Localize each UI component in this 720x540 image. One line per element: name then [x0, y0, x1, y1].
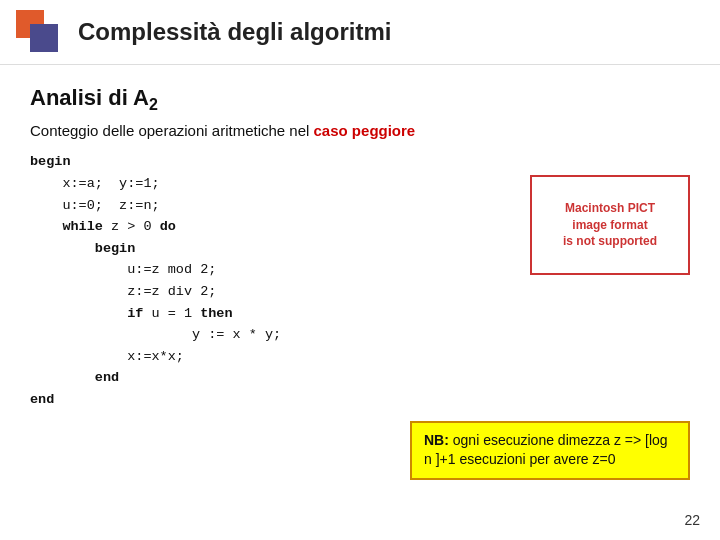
- nb-box: NB: ogni esecuzione dimezza z => [log n …: [410, 421, 690, 480]
- logo-square-purple: [30, 24, 58, 52]
- caso-peggiore-text: caso peggiore: [314, 122, 416, 139]
- code-line-end1: end: [30, 367, 690, 389]
- nb-text: ogni esecuzione dimezza z => [log n ]+1 …: [424, 432, 668, 468]
- header-bar: Complessità degli algoritmi: [0, 0, 720, 65]
- code-line-x-sq: x:=x*x;: [30, 346, 690, 368]
- conteggio-text: Conteggio delle operazioni aritmetiche n…: [30, 122, 314, 139]
- code-line-begin: begin: [30, 151, 690, 173]
- analisi-subscript: 2: [149, 96, 158, 113]
- conteggio-line: Conteggio delle operazioni aritmetiche n…: [30, 122, 690, 139]
- kw-do: do: [160, 219, 176, 234]
- analisi-text: Analisi di A: [30, 85, 149, 110]
- code-line-z-div: z:=z div 2;: [30, 281, 690, 303]
- pict-placeholder: Macintosh PICT image format is not suppo…: [530, 175, 690, 275]
- analisi-heading: Analisi di A2: [30, 85, 690, 114]
- pict-line1: Macintosh PICT: [565, 200, 655, 217]
- code-line-end2: end: [30, 389, 690, 411]
- kw-end1: end: [95, 370, 119, 385]
- page-number: 22: [684, 512, 700, 528]
- kw-begin1: begin: [30, 154, 71, 169]
- pict-line3: is not supported: [563, 233, 657, 250]
- code-line-y-assign: y := x * y;: [30, 324, 690, 346]
- kw-while: while: [62, 219, 103, 234]
- page-title: Complessità degli algoritmi: [78, 18, 391, 46]
- code-line-if: if u = 1 then: [30, 303, 690, 325]
- header-logo: [16, 10, 60, 54]
- kw-end2: end: [30, 392, 54, 407]
- kw-then: then: [200, 306, 232, 321]
- pict-line2: image format: [572, 217, 647, 234]
- kw-if: if: [127, 306, 143, 321]
- kw-begin2: begin: [95, 241, 136, 256]
- nb-label: NB:: [424, 432, 449, 448]
